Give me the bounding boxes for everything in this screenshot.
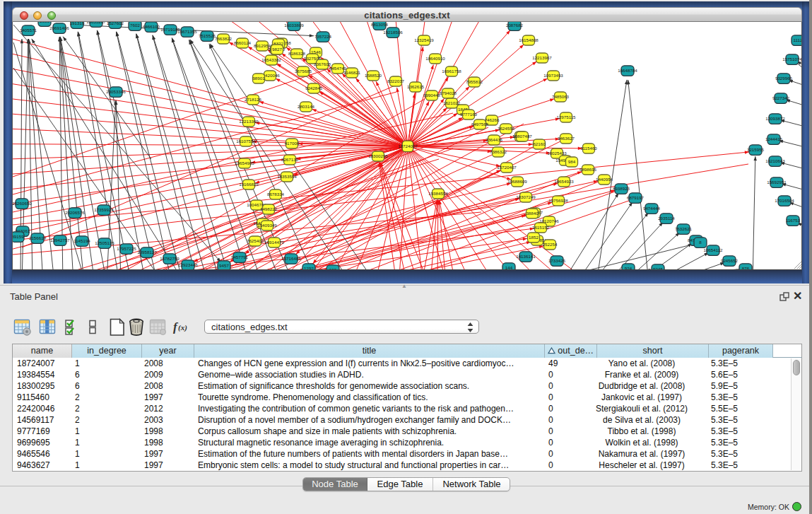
svg-text:9146821: 9146821 xyxy=(343,70,361,75)
svg-text:12093872: 12093872 xyxy=(765,116,785,121)
svg-text:1852: 1852 xyxy=(529,235,539,240)
svg-text:10025433: 10025433 xyxy=(547,151,567,156)
svg-text:116753: 116753 xyxy=(786,218,801,223)
svg-text:7515526: 7515526 xyxy=(199,33,216,38)
svg-text:1588520: 1588520 xyxy=(365,73,382,78)
svg-text:38840: 38840 xyxy=(526,211,539,216)
svg-text:2087682: 2087682 xyxy=(506,23,524,28)
svg-text:10653267: 10653267 xyxy=(86,22,106,24)
svg-text:12975115: 12975115 xyxy=(556,115,576,119)
svg-text:1244415: 1244415 xyxy=(765,136,783,141)
svg-text:15692951: 15692951 xyxy=(767,180,787,185)
svg-text:19384554: 19384554 xyxy=(428,191,448,196)
svg-text:10756928: 10756928 xyxy=(548,198,568,203)
svg-text:20691406: 20691406 xyxy=(49,25,69,30)
svg-text:13353594: 13353594 xyxy=(277,174,297,179)
svg-text:1112: 1112 xyxy=(794,37,802,42)
svg-text:1498222: 1498222 xyxy=(260,206,278,211)
svg-text:1621022: 1621022 xyxy=(443,100,461,105)
svg-text:9242845: 9242845 xyxy=(305,86,323,90)
svg-text:12213369: 12213369 xyxy=(239,119,259,124)
svg-text:39159: 39159 xyxy=(13,234,24,239)
svg-text:6497568: 6497568 xyxy=(471,122,489,127)
svg-text:16648784: 16648784 xyxy=(618,68,637,73)
svg-text:2364436: 2364436 xyxy=(486,137,503,142)
svg-text:16543382: 16543382 xyxy=(261,57,281,62)
svg-text:8660124: 8660124 xyxy=(234,40,252,45)
svg-text:6879197: 6879197 xyxy=(627,195,645,200)
svg-text:7955812: 7955812 xyxy=(466,79,483,84)
svg-text:191319: 191319 xyxy=(70,22,85,25)
svg-text:9329966: 9329966 xyxy=(775,76,793,81)
svg-text:1362615: 1362615 xyxy=(407,84,425,89)
svg-text:16210643: 16210643 xyxy=(765,158,785,163)
svg-text:2156619: 2156619 xyxy=(29,235,47,240)
svg-text:12213967: 12213967 xyxy=(532,55,552,60)
svg-text:1615152: 1615152 xyxy=(532,225,550,230)
svg-text:1405571: 1405571 xyxy=(20,28,37,33)
svg-text:13942757: 13942757 xyxy=(50,238,70,243)
svg-text:8322037: 8322037 xyxy=(387,78,405,83)
svg-text:8813054: 8813054 xyxy=(371,22,389,27)
svg-text:10973493: 10973493 xyxy=(543,73,563,78)
svg-text:8938923: 8938923 xyxy=(613,186,630,191)
svg-text:12923446: 12923446 xyxy=(178,262,198,267)
svg-text:9457: 9457 xyxy=(219,263,229,268)
svg-text:7386322: 7386322 xyxy=(490,149,507,154)
svg-text:19654985: 19654985 xyxy=(235,160,254,165)
svg-text:2935114: 2935114 xyxy=(658,216,675,221)
svg-text:18724007: 18724007 xyxy=(398,144,418,148)
svg-text:984: 984 xyxy=(568,159,576,164)
svg-text:62160: 62160 xyxy=(533,141,546,146)
svg-text:9457791: 9457791 xyxy=(231,255,249,259)
svg-text:1986: 1986 xyxy=(40,22,49,23)
svg-text:16671355: 16671355 xyxy=(177,29,197,34)
svg-text:17016504: 17016504 xyxy=(775,198,794,203)
svg-text:1733426: 1733426 xyxy=(548,258,566,263)
svg-text:1440954: 1440954 xyxy=(596,177,613,182)
svg-text:2718126: 2718126 xyxy=(245,97,262,102)
svg-text:98901: 98901 xyxy=(252,76,265,81)
svg-text:3215955: 3215955 xyxy=(747,147,765,152)
svg-text:8267130: 8267130 xyxy=(281,157,299,162)
svg-text:18300295: 18300295 xyxy=(368,153,388,158)
svg-text:6898695: 6898695 xyxy=(579,167,597,172)
svg-text:15409349: 15409349 xyxy=(257,223,277,228)
svg-text:7357224: 7357224 xyxy=(314,34,332,39)
svg-text:8: 8 xyxy=(699,240,702,245)
svg-text:16033809: 16033809 xyxy=(284,23,304,28)
svg-text:16914479: 16914479 xyxy=(264,240,284,245)
svg-text:15751074: 15751074 xyxy=(782,57,802,62)
svg-text:20053346: 20053346 xyxy=(106,89,126,94)
svg-text:16961758: 16961758 xyxy=(442,69,461,74)
svg-text:19166825: 19166825 xyxy=(239,182,259,187)
svg-text:9115460: 9115460 xyxy=(580,146,597,151)
svg-text:15720407: 15720407 xyxy=(497,165,517,170)
svg-text:7485063: 7485063 xyxy=(552,94,570,99)
svg-text:7625402: 7625402 xyxy=(247,238,264,243)
svg-text:9777169: 9777169 xyxy=(460,112,478,117)
svg-text:8678334: 8678334 xyxy=(267,192,285,197)
svg-text:2367608: 2367608 xyxy=(314,62,331,66)
svg-text:9827: 9827 xyxy=(272,47,282,52)
svg-text:(x): (x) xyxy=(178,323,187,332)
svg-text:3675685: 3675685 xyxy=(295,69,312,74)
svg-text:1527602: 1527602 xyxy=(107,22,124,25)
svg-text:18640910: 18640910 xyxy=(425,56,445,61)
svg-text:10958127: 10958127 xyxy=(137,250,157,255)
svg-text:9463627: 9463627 xyxy=(558,136,575,141)
svg-text:16782759: 16782759 xyxy=(160,256,180,261)
svg-text:19654923: 19654923 xyxy=(554,179,574,184)
svg-text:12505135: 12505135 xyxy=(95,240,114,245)
svg-text:10688609: 10688609 xyxy=(507,179,527,184)
svg-text:18307249: 18307249 xyxy=(516,194,536,199)
svg-text:9474444: 9474444 xyxy=(643,206,661,211)
svg-text:2803144: 2803144 xyxy=(298,104,315,109)
svg-text:10807487: 10807487 xyxy=(512,134,532,139)
svg-text:20206576: 20206576 xyxy=(65,210,85,215)
svg-text:3624554: 3624554 xyxy=(498,126,515,131)
svg-text:7632621: 7632621 xyxy=(675,226,693,231)
svg-text:9245652: 9245652 xyxy=(721,258,739,263)
svg-text:8990448: 8990448 xyxy=(423,93,441,98)
svg-text:17359924: 17359924 xyxy=(94,207,114,212)
